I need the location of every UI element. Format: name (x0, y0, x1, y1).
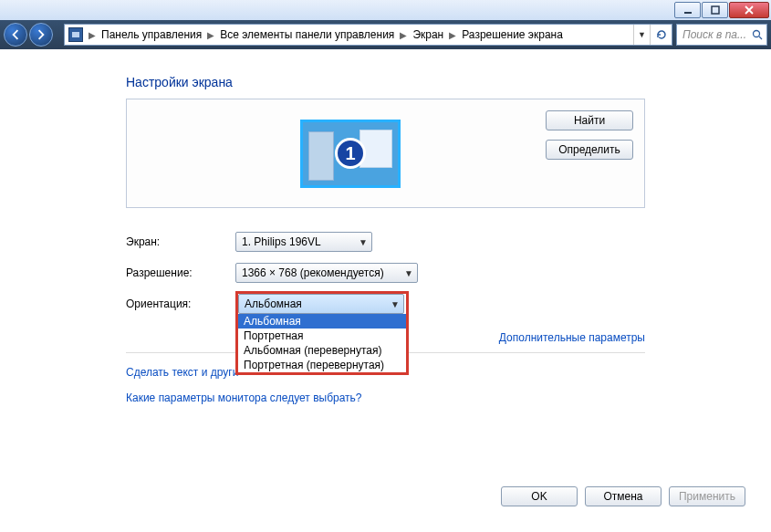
search-icon (748, 29, 766, 40)
detect-button[interactable]: Найти (546, 110, 633, 130)
display-value: 1. Philips 196VL (242, 235, 321, 248)
address-dropdown-button[interactable]: ▼ (633, 25, 650, 45)
chevron-down-icon: ▼ (404, 268, 413, 278)
breadcrumb-item[interactable]: Разрешение экрана (458, 28, 567, 41)
ok-button[interactable]: OK (501, 486, 578, 506)
orientation-option[interactable]: Альбомная (238, 314, 406, 329)
search-input[interactable]: Поиск в па... (676, 24, 767, 46)
navigation-bar: ▶ Панель управления ▶ Все элементы панел… (0, 20, 771, 49)
chevron-down-icon: ▼ (359, 237, 368, 247)
svg-rect-1 (712, 6, 719, 14)
display-thumbnail[interactable]: 1 (300, 120, 401, 188)
minimize-button[interactable] (674, 2, 701, 18)
resolution-label: Разрешение: (126, 266, 235, 279)
display-label: Экран: (126, 235, 235, 248)
orientation-option[interactable]: Портретная (238, 329, 406, 343)
orientation-dropdown-list: Альбомная Портретная Альбомная (переверн… (235, 314, 409, 375)
chevron-down-icon: ▼ (391, 299, 400, 309)
chevron-right-icon: ▶ (87, 30, 98, 40)
display-preview-area: 1 Найти Определить (126, 99, 645, 208)
resolution-combobox[interactable]: 1366 × 768 (рекомендуется) ▼ (235, 263, 418, 283)
back-button[interactable] (4, 23, 27, 47)
cancel-button[interactable]: Отмена (585, 486, 662, 506)
control-panel-icon (68, 27, 83, 42)
close-button[interactable] (729, 2, 769, 18)
display-combobox[interactable]: 1. Philips 196VL ▼ (235, 232, 372, 252)
orientation-option[interactable]: Альбомная (перевернутая) (238, 343, 406, 358)
svg-line-3 (759, 37, 762, 39)
svg-point-2 (754, 31, 760, 37)
help-link[interactable]: Какие параметры монитора следует выбрать… (126, 391, 764, 404)
advanced-settings-link[interactable]: Дополнительные параметры (499, 331, 645, 344)
apply-button[interactable]: Применить (669, 486, 745, 506)
breadcrumb-item[interactable]: Все элементы панели управления (216, 28, 398, 41)
page-body: Настройки экрана 1 Найти Определить Экра… (0, 49, 771, 532)
orientation-option[interactable]: Портретная (перевернутая) (238, 358, 406, 372)
maximize-button[interactable] (702, 2, 728, 18)
svg-rect-0 (684, 12, 692, 14)
chevron-right-icon: ▶ (205, 30, 216, 40)
breadcrumb-item[interactable]: Панель управления (98, 28, 205, 41)
orientation-label: Ориентация: (126, 297, 235, 310)
display-number-badge: 1 (335, 138, 366, 169)
refresh-button[interactable] (650, 25, 672, 45)
text-size-link[interactable]: Сделать текст и други (126, 366, 764, 379)
orientation-value: Альбомная (245, 297, 302, 310)
forward-button[interactable] (29, 23, 53, 47)
address-bar[interactable]: ▶ Панель управления ▶ Все элементы панел… (64, 24, 672, 46)
resolution-value: 1366 × 768 (рекомендуется) (242, 266, 384, 279)
dialog-buttons: OK Отмена Применить (501, 486, 745, 506)
breadcrumb-item[interactable]: Экран (409, 28, 447, 41)
chevron-right-icon: ▶ (447, 30, 458, 40)
page-heading: Настройки экрана (126, 75, 764, 89)
orientation-combobox[interactable]: Альбомная ▼ (238, 294, 404, 314)
chevron-right-icon: ▶ (398, 30, 409, 40)
window-titlebar (0, 0, 771, 20)
search-placeholder: Поиск в па... (682, 28, 746, 41)
identify-button[interactable]: Определить (546, 140, 633, 160)
